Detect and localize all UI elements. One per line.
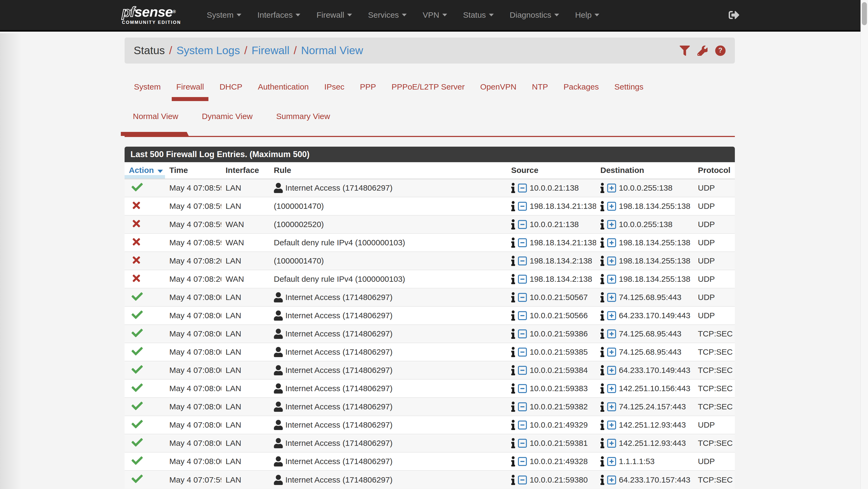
block-x-icon[interactable] [131,273,141,284]
plus-square-icon[interactable] [607,474,616,485]
info-icon[interactable] [511,237,515,248]
minus-square-icon[interactable] [518,182,527,193]
info-icon[interactable] [511,402,515,412]
minus-square-icon[interactable] [518,420,527,430]
plus-square-icon[interactable] [607,456,616,467]
pass-check-icon[interactable] [131,419,143,430]
pass-check-icon[interactable] [131,473,143,484]
info-icon[interactable] [600,274,604,284]
plus-square-icon[interactable] [607,237,616,248]
minus-square-icon[interactable] [518,438,527,449]
menu-services[interactable]: Services [360,0,415,30]
info-icon[interactable] [600,329,604,339]
info-icon[interactable] [600,438,604,448]
info-icon[interactable] [600,311,604,321]
menu-firewall[interactable]: Firewall [308,0,360,30]
tab-ntp[interactable]: NTP [524,81,556,93]
menu-help[interactable]: Help [567,0,608,30]
plus-square-icon[interactable] [607,420,616,430]
plus-square-icon[interactable] [607,438,616,449]
info-icon[interactable] [511,201,515,211]
pass-check-icon[interactable] [131,327,143,339]
plus-square-icon[interactable] [607,401,616,412]
plus-square-icon[interactable] [607,292,616,303]
info-icon[interactable] [600,201,604,211]
plus-square-icon[interactable] [607,383,616,394]
tab-ppp[interactable]: PPP [352,81,384,93]
info-icon[interactable] [511,183,515,193]
block-x-icon[interactable] [131,218,141,229]
wrench-icon[interactable] [698,46,708,56]
subtab-normal-view[interactable]: Normal View [125,112,187,121]
info-icon[interactable] [600,256,604,266]
block-x-icon[interactable] [131,200,141,211]
block-x-icon[interactable] [131,236,141,247]
info-icon[interactable] [511,475,515,485]
info-icon[interactable] [600,365,604,375]
minus-square-icon[interactable] [518,401,527,412]
info-icon[interactable] [600,383,604,394]
tab-settings[interactable]: Settings [607,81,651,93]
menu-interfaces[interactable]: Interfaces [249,0,309,30]
plus-square-icon[interactable] [607,201,616,211]
minus-square-icon[interactable] [518,328,527,339]
pass-check-icon[interactable] [131,291,143,302]
plus-square-icon[interactable] [607,274,616,284]
minus-square-icon[interactable] [518,383,527,394]
column-header-action[interactable]: Action [125,162,165,179]
pass-check-icon[interactable] [131,364,143,375]
plus-square-icon[interactable] [607,310,616,321]
minus-square-icon[interactable] [518,237,527,248]
menu-system[interactable]: System [199,0,249,30]
info-icon[interactable] [600,475,604,485]
minus-square-icon[interactable] [518,347,527,357]
info-icon[interactable] [511,311,515,321]
tab-pppoe-l2tp[interactable]: PPPoE/L2TP Server [384,81,472,93]
info-icon[interactable] [511,420,515,430]
minus-square-icon[interactable] [518,219,527,230]
block-x-icon[interactable] [131,255,141,265]
plus-square-icon[interactable] [607,182,616,193]
pass-check-icon[interactable] [131,400,143,411]
minus-square-icon[interactable] [518,292,527,303]
tab-system[interactable]: System [126,81,168,93]
pfsense-logo[interactable]: pfsense® COMMUNITY EDITION [122,5,181,25]
tab-authentication[interactable]: Authentication [250,81,316,93]
info-icon[interactable] [511,292,515,303]
help-icon[interactable]: ? [715,45,726,56]
tab-firewall[interactable]: Firewall [168,81,212,93]
plus-square-icon[interactable] [607,219,616,230]
plus-square-icon[interactable] [607,256,616,266]
info-icon[interactable] [511,347,515,357]
pass-check-icon[interactable] [131,382,143,393]
subtab-dynamic-view[interactable]: Dynamic View [194,112,261,121]
info-icon[interactable] [600,456,604,466]
breadcrumb-system-logs-link[interactable]: System Logs [177,44,240,57]
scrollbar-thumb[interactable] [862,2,867,25]
breadcrumb-normal-view-link[interactable]: Normal View [301,44,363,57]
minus-square-icon[interactable] [518,365,527,376]
minus-square-icon[interactable] [518,201,527,211]
info-icon[interactable] [600,292,604,303]
tab-dhcp[interactable]: DHCP [212,81,250,93]
info-icon[interactable] [511,329,515,339]
info-icon[interactable] [600,237,604,248]
info-icon[interactable] [600,219,604,229]
pass-check-icon[interactable] [131,455,143,466]
plus-square-icon[interactable] [607,365,616,376]
sign-out-icon[interactable] [729,10,739,20]
tab-ipsec[interactable]: IPsec [317,81,352,93]
info-icon[interactable] [600,420,604,430]
minus-square-icon[interactable] [518,274,527,284]
tab-packages[interactable]: Packages [556,81,607,93]
info-icon[interactable] [511,219,515,229]
menu-vpn[interactable]: VPN [415,0,455,30]
minus-square-icon[interactable] [518,456,527,467]
info-icon[interactable] [511,274,515,284]
pass-check-icon[interactable] [131,181,143,193]
info-icon[interactable] [600,402,604,412]
subtab-summary-view[interactable]: Summary View [268,112,338,121]
minus-square-icon[interactable] [518,256,527,266]
pass-check-icon[interactable] [131,346,143,357]
info-icon[interactable] [511,365,515,375]
